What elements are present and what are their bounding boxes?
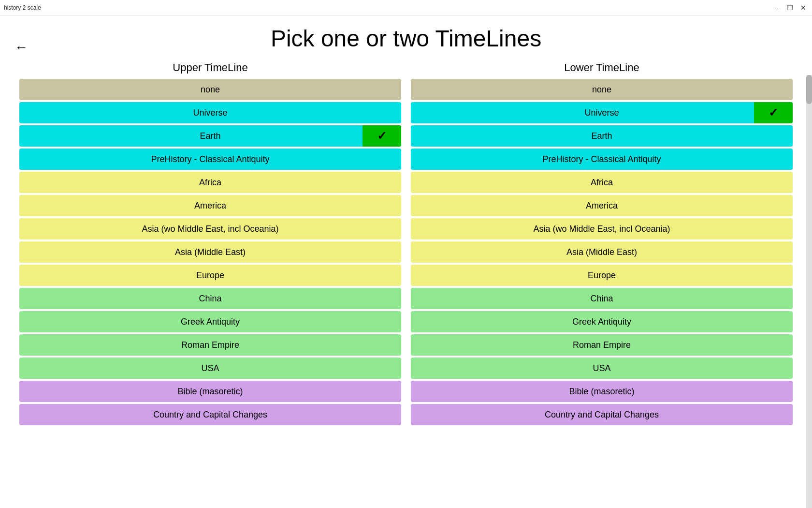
timeline-item-upper-usa[interactable]: USA [19, 358, 401, 379]
timeline-item-lower-africa[interactable]: Africa [411, 172, 793, 193]
timeline-item-label: Country and Capital Changes [19, 410, 401, 420]
timeline-item-lower-china[interactable]: China [411, 288, 793, 309]
upper-timeline-header: Upper TimeLine [19, 61, 401, 74]
timeline-item-label: none [411, 85, 793, 95]
timeline-item-upper-greek[interactable]: Greek Antiquity [19, 311, 401, 332]
maximize-button[interactable]: ❐ [785, 3, 795, 13]
timeline-item-label: PreHistory - Classical Antiquity [19, 154, 401, 164]
timeline-item-label: Asia (Middle East) [411, 247, 793, 257]
window-controls: − ❐ ✕ [771, 3, 808, 13]
timeline-item-label: Asia (wo Middle East, incl Oceania) [411, 224, 793, 234]
timeline-item-lower-none[interactable]: none [411, 79, 793, 100]
timeline-item-label: Earth [19, 131, 401, 141]
timeline-item-label: Universe [411, 108, 793, 118]
title-bar: history 2 scale − ❐ ✕ [0, 0, 812, 15]
timeline-item-upper-country[interactable]: Country and Capital Changes [19, 404, 401, 425]
checkmark-icon: ✓ [754, 102, 793, 123]
timeline-item-label: Greek Antiquity [411, 317, 793, 327]
timeline-item-label: Africa [19, 178, 401, 188]
timeline-item-label: Asia (wo Middle East, incl Oceania) [19, 224, 401, 234]
timeline-item-label: Universe [19, 108, 401, 118]
timeline-item-label: America [411, 201, 793, 211]
timeline-item-lower-universe[interactable]: Universe✓ [411, 102, 793, 123]
upper-timeline-column: Upper TimeLine noneUniverseEarth✓PreHist… [19, 61, 401, 425]
lower-timeline-column: Lower TimeLine noneUniverse✓EarthPreHist… [411, 61, 793, 425]
timeline-item-lower-bible[interactable]: Bible (masoretic) [411, 381, 793, 402]
timeline-item-upper-asia-me[interactable]: Asia (Middle East) [19, 241, 401, 263]
timeline-item-upper-europe[interactable]: Europe [19, 265, 401, 286]
timeline-item-lower-usa[interactable]: USA [411, 358, 793, 379]
timeline-item-upper-china[interactable]: China [19, 288, 401, 309]
timeline-item-upper-asia-wo[interactable]: Asia (wo Middle East, incl Oceania) [19, 218, 401, 239]
timeline-item-label: Africa [411, 178, 793, 188]
scroll-thumb[interactable] [806, 75, 812, 104]
close-button[interactable]: ✕ [798, 3, 808, 13]
timeline-item-label: none [19, 85, 401, 95]
timeline-item-label: Roman Empire [411, 340, 793, 350]
timeline-item-label: Asia (Middle East) [19, 247, 401, 257]
timeline-item-upper-none[interactable]: none [19, 79, 401, 100]
timeline-item-label: China [411, 294, 793, 304]
timeline-item-upper-earth[interactable]: Earth✓ [19, 125, 401, 147]
app-title: history 2 scale [4, 4, 41, 11]
timeline-item-label: China [19, 294, 401, 304]
timeline-item-upper-universe[interactable]: Universe [19, 102, 401, 123]
upper-timeline-list: noneUniverseEarth✓PreHistory - Classical… [19, 79, 401, 425]
timeline-item-label: USA [411, 363, 793, 374]
timeline-item-lower-asia-me[interactable]: Asia (Middle East) [411, 241, 793, 263]
timeline-item-upper-prehistory[interactable]: PreHistory - Classical Antiquity [19, 149, 401, 170]
timeline-item-upper-africa[interactable]: Africa [19, 172, 401, 193]
timeline-item-label: Bible (masoretic) [19, 387, 401, 397]
page-title: Pick one or two TimeLines [10, 25, 802, 52]
timeline-item-lower-america[interactable]: America [411, 195, 793, 216]
timeline-item-label: Country and Capital Changes [411, 410, 793, 420]
timeline-item-label: Greek Antiquity [19, 317, 401, 327]
timeline-item-label: Europe [19, 270, 401, 281]
timeline-item-label: PreHistory - Classical Antiquity [411, 154, 793, 164]
back-button[interactable]: ← [14, 40, 28, 55]
timeline-item-label: Europe [411, 270, 793, 281]
lower-timeline-header: Lower TimeLine [411, 61, 793, 74]
timeline-item-lower-europe[interactable]: Europe [411, 265, 793, 286]
timeline-item-lower-prehistory[interactable]: PreHistory - Classical Antiquity [411, 149, 793, 170]
timeline-item-label: Bible (masoretic) [411, 387, 793, 397]
timeline-item-lower-country[interactable]: Country and Capital Changes [411, 404, 793, 425]
timeline-item-label: Roman Empire [19, 340, 401, 350]
timeline-item-upper-roman[interactable]: Roman Empire [19, 334, 401, 356]
timeline-item-label: America [19, 201, 401, 211]
timeline-item-label: Earth [411, 131, 793, 141]
timeline-item-upper-bible[interactable]: Bible (masoretic) [19, 381, 401, 402]
lower-timeline-list: noneUniverse✓EarthPreHistory - Classical… [411, 79, 793, 425]
timeline-item-lower-asia-wo[interactable]: Asia (wo Middle East, incl Oceania) [411, 218, 793, 239]
scrollbar[interactable] [806, 75, 812, 508]
timeline-item-label: USA [19, 363, 401, 374]
minimize-button[interactable]: − [771, 3, 781, 13]
checkmark-icon: ✓ [362, 125, 401, 147]
timeline-item-lower-roman[interactable]: Roman Empire [411, 334, 793, 356]
timeline-item-lower-greek[interactable]: Greek Antiquity [411, 311, 793, 332]
timelines-container: Upper TimeLine noneUniverseEarth✓PreHist… [10, 61, 802, 425]
timeline-item-lower-earth[interactable]: Earth [411, 125, 793, 147]
main-content: ← Pick one or two TimeLines Upper TimeLi… [0, 15, 812, 508]
timeline-item-upper-america[interactable]: America [19, 195, 401, 216]
